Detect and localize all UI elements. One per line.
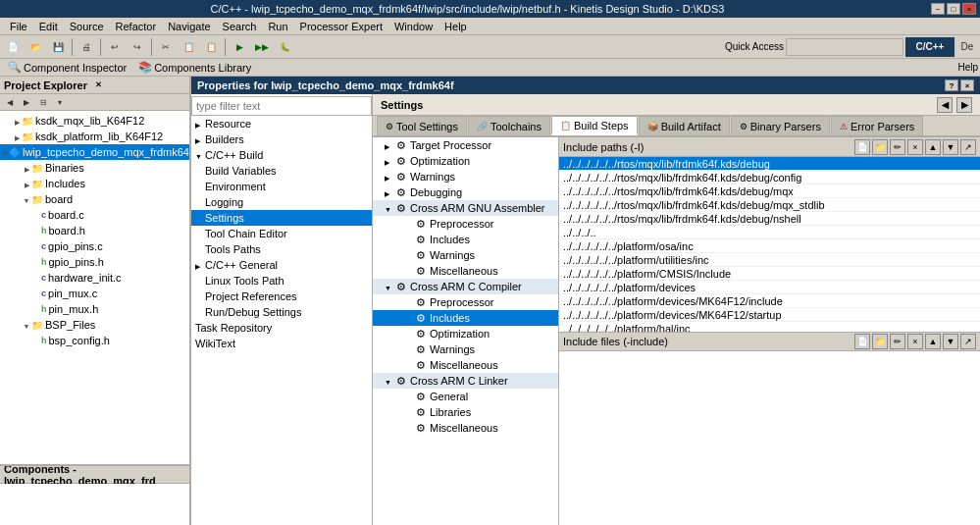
ct-assembler-group[interactable]: ⚙ Cross ARM GNU Assembler	[373, 200, 558, 216]
include-up-btn[interactable]: ▲	[925, 139, 941, 155]
undo-button[interactable]: ↩	[104, 37, 126, 57]
menu-help[interactable]: Help	[438, 20, 473, 33]
tree-item-ksdk-platform[interactable]: 📁 ksdk_platform_lib_K64F12	[0, 129, 189, 144]
ct-optimization[interactable]: ⚙ Optimization	[373, 153, 558, 169]
tree-item-gpio-h[interactable]: h gpio_pins.h	[0, 254, 189, 270]
tree-item-bsp-config[interactable]: h bsp_config.h	[0, 333, 189, 348]
include-add-file-btn[interactable]: 📄	[854, 139, 870, 155]
ct-c-preprocessor[interactable]: ⚙ Preprocessor	[373, 294, 558, 310]
component-inspector-tab[interactable]: 🔍 Component Inspector	[2, 61, 132, 74]
ct-warnings[interactable]: ⚙ Warnings	[373, 169, 558, 184]
tree-item-hw-init[interactable]: c hardware_init.c	[0, 270, 189, 286]
include-row-7[interactable]: ../../../../../../platform/utilities/inc	[559, 253, 980, 267]
nav-item-cpp-build[interactable]: C/C++ Build	[191, 147, 372, 163]
if-add-file-btn[interactable]: 📄	[854, 334, 870, 349]
ct-c-includes[interactable]: ⚙ Includes	[373, 310, 558, 326]
redo-button[interactable]: ↪	[127, 37, 148, 57]
tree-item-lwip[interactable]: 🔷 lwip_tcpecho_demo_mqx_frdmk64f	[0, 144, 189, 160]
nav-item-run-debug[interactable]: Run/Debug Settings	[191, 304, 372, 320]
tab-error-parsers[interactable]: ⚠ Error Parsers	[831, 116, 923, 135]
pe-back-btn[interactable]: ◀	[2, 95, 18, 109]
tree-item-board-h[interactable]: h board.h	[0, 223, 189, 238]
ct-linker-group[interactable]: ⚙ Cross ARM C Linker	[373, 373, 558, 389]
include-row-9[interactable]: ../../../../../../platform/devices	[559, 281, 980, 294]
ct-c-misc[interactable]: ⚙ Miscellaneous	[373, 357, 558, 373]
nav-item-settings[interactable]: Settings	[191, 210, 372, 226]
ct-asm-preprocessor[interactable]: ⚙ Preprocessor	[373, 216, 558, 232]
if-edit-btn[interactable]: ✏	[890, 334, 905, 349]
c-cpp-button[interactable]: C/C++	[905, 37, 954, 57]
ct-linker-misc[interactable]: ⚙ Miscellaneous	[373, 420, 558, 436]
include-row-3[interactable]: ../../../../../../rtos/mqx/lib/frdmk64f.…	[559, 198, 980, 212]
ct-asm-warnings[interactable]: ⚙ Warnings	[373, 247, 558, 263]
include-edit-btn[interactable]: ✏	[890, 139, 905, 155]
include-delete-btn[interactable]: ×	[907, 139, 923, 155]
tree-item-board[interactable]: 📁 board	[0, 191, 189, 207]
build-button[interactable]: ▶	[229, 37, 250, 57]
include-row-6[interactable]: ../../../../../../platform/osa/inc	[559, 239, 980, 253]
nav-item-task-repo[interactable]: Task Repository	[191, 320, 372, 336]
tab-build-artifact[interactable]: 📦 Build Artifact	[639, 116, 730, 135]
nav-item-cpp-general[interactable]: C/C++ General	[191, 257, 372, 273]
menu-processor-expert[interactable]: Processor Expert	[294, 20, 388, 33]
dialog-close[interactable]: ×	[960, 79, 974, 91]
maximize-button[interactable]: □	[947, 3, 960, 15]
tree-item-gpio-c[interactable]: c gpio_pins.c	[0, 238, 189, 254]
nav-item-tools-paths[interactable]: Tools Paths	[191, 241, 372, 257]
de-button[interactable]: De	[956, 37, 978, 57]
tab-toolchains[interactable]: 🔗 Toolchains	[468, 116, 550, 135]
include-row-0[interactable]: ../../../../../../rtos/mqx/lib/frdmk64f.…	[559, 157, 980, 171]
menu-navigate[interactable]: Navigate	[162, 20, 216, 33]
nav-item-logging[interactable]: Logging	[191, 194, 372, 210]
menu-edit[interactable]: Edit	[33, 20, 64, 33]
if-delete-btn[interactable]: ×	[907, 334, 923, 349]
cut-button[interactable]: ✂	[155, 37, 177, 57]
tab-binary-parsers[interactable]: ⚙ Binary Parsers	[731, 116, 830, 135]
settings-back-btn[interactable]: ◀	[937, 97, 953, 113]
if-add-folder-btn[interactable]: 📁	[872, 334, 888, 349]
copy-button[interactable]: 📋	[178, 37, 199, 57]
ct-linker-libraries[interactable]: ⚙ Libraries	[373, 404, 558, 420]
pe-collapse-btn[interactable]: ⊟	[35, 95, 51, 109]
tree-item-bsp-files[interactable]: 📁 BSP_Files	[0, 317, 189, 333]
nav-item-resource[interactable]: Resource	[191, 116, 372, 131]
ct-c-warnings[interactable]: ⚙ Warnings	[373, 341, 558, 357]
menu-search[interactable]: Search	[217, 20, 263, 33]
paste-button[interactable]: 📋	[200, 37, 222, 57]
ct-asm-includes[interactable]: ⚙ Includes	[373, 232, 558, 247]
tree-item-binaries[interactable]: 📁 Binaries	[0, 160, 189, 176]
tab-build-steps[interactable]: 📋 Build Steps	[551, 116, 638, 135]
include-row-11[interactable]: ../../../../../../platform/devices/MK64F…	[559, 308, 980, 322]
close-button[interactable]: ×	[962, 3, 976, 15]
new-button[interactable]: 📄	[2, 37, 24, 57]
nav-item-build-vars[interactable]: Build Variables	[191, 163, 372, 179]
ct-linker-general[interactable]: ⚙ General	[373, 389, 558, 404]
save-button[interactable]: 💾	[47, 37, 69, 57]
include-row-12[interactable]: ../../../../../../platform/hal/inc	[559, 322, 980, 332]
debug-button[interactable]: 🐛	[274, 37, 295, 57]
settings-forward-btn[interactable]: ▶	[956, 97, 972, 113]
quick-access-input[interactable]	[786, 38, 903, 56]
ct-c-compiler-group[interactable]: ⚙ Cross ARM C Compiler	[373, 279, 558, 294]
menu-file[interactable]: File	[4, 20, 33, 33]
menu-refactor[interactable]: Refactor	[110, 20, 163, 33]
include-row-4[interactable]: ../../../../../../rtos/mqx/lib/frdmk64f.…	[559, 212, 980, 226]
include-row-8[interactable]: ../../../../../../platform/CMSIS/Include	[559, 267, 980, 281]
include-row-1[interactable]: ../../../../../../rtos/mqx/lib/frdmk64f.…	[559, 171, 980, 184]
minimize-button[interactable]: −	[931, 3, 945, 15]
nav-item-project-refs[interactable]: Project References	[191, 289, 372, 304]
components-library-tab[interactable]: 📚 Components Library	[132, 61, 257, 74]
include-row-10[interactable]: ../../../../../../platform/devices/MK64F…	[559, 294, 980, 308]
include-export-btn[interactable]: ↗	[960, 139, 976, 155]
tree-item-pin-mux-c[interactable]: c pin_mux.c	[0, 286, 189, 301]
tree-item-ksdk-mqx[interactable]: 📁 ksdk_mqx_lib_K64F12	[0, 113, 189, 129]
menu-run[interactable]: Run	[262, 20, 293, 33]
ct-c-optimization[interactable]: ⚙ Optimization	[373, 326, 558, 341]
ct-debugging[interactable]: ⚙ Debugging	[373, 184, 558, 200]
if-up-btn[interactable]: ▲	[925, 334, 941, 349]
dialog-minimize[interactable]: ?	[945, 79, 958, 91]
if-export-btn[interactable]: ↗	[960, 334, 976, 349]
nav-item-environment[interactable]: Environment	[191, 179, 372, 194]
open-button[interactable]: 📂	[25, 37, 46, 57]
filter-input[interactable]	[191, 96, 372, 116]
